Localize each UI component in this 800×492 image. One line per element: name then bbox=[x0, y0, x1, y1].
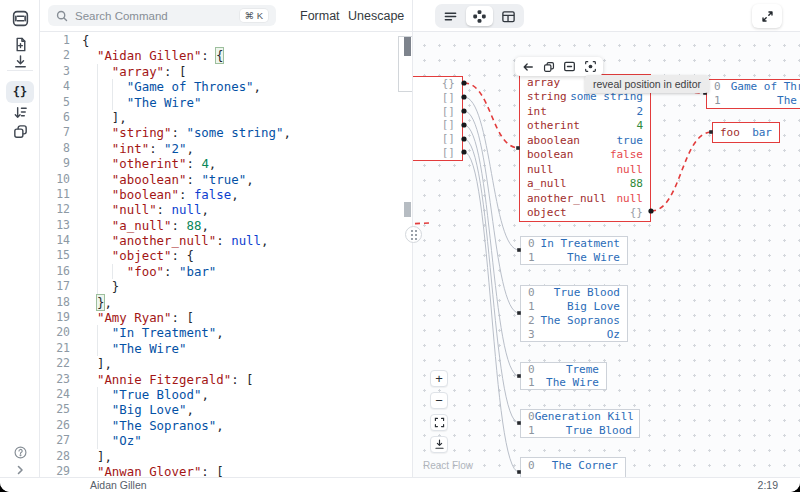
node-row: another_nullnull bbox=[520, 191, 650, 206]
editor-line[interactable]: 18 }, bbox=[40, 295, 412, 310]
editor-line[interactable]: 7 "string": "some string", bbox=[40, 125, 412, 140]
collapse-node-icon[interactable] bbox=[560, 59, 579, 74]
editor-line[interactable]: 3 "array": [ bbox=[40, 64, 412, 79]
table-view-icon[interactable] bbox=[495, 6, 522, 26]
app-window: {} Search Command bbox=[0, 0, 800, 492]
duplicate-nodes-icon[interactable] bbox=[0, 119, 40, 143]
copy-icon[interactable] bbox=[539, 59, 558, 74]
node-row: otherint4 bbox=[520, 119, 650, 134]
node-row: rd[] bbox=[413, 132, 462, 146]
selected-node-path: Aidan Gillen bbox=[90, 479, 147, 491]
editor-line[interactable]: 11 "boolean": false, bbox=[40, 187, 412, 202]
node-row: [] bbox=[413, 118, 462, 132]
download-image-button[interactable] bbox=[430, 436, 448, 453]
array-node[interactable]: 0In Treatment1The Wire bbox=[520, 236, 628, 265]
editor-line[interactable]: 25 "Big Love", bbox=[40, 402, 412, 417]
json-editor[interactable]: 1{2 "Aidan Gillen": {3 "array": [4 "Game… bbox=[40, 32, 412, 477]
rail-separator bbox=[7, 70, 33, 71]
editor-line[interactable]: 5 "The Wire" bbox=[40, 95, 412, 110]
line-number: 23 bbox=[40, 372, 70, 387]
format-button[interactable]: Format bbox=[300, 0, 340, 32]
fit-view-button[interactable] bbox=[430, 414, 448, 431]
editor-line[interactable]: 1{ bbox=[40, 33, 412, 48]
editor-line[interactable]: 19 "Amy Ryan": [ bbox=[40, 310, 412, 325]
node-row: 1True Blood bbox=[521, 424, 639, 438]
graph-view-icon[interactable] bbox=[466, 6, 493, 26]
line-number: 15 bbox=[40, 248, 70, 263]
zoom-in-button[interactable]: + bbox=[430, 370, 448, 387]
array-node[interactable]: 0Treme1The Wire bbox=[520, 362, 607, 390]
editor-line[interactable]: 23 "Annie Fitzgerald": [ bbox=[40, 372, 412, 387]
search-placeholder: Search Command bbox=[75, 10, 240, 22]
editor-line[interactable]: 14 "another_null": null, bbox=[40, 233, 412, 248]
node-row: 1The Wire bbox=[521, 251, 627, 265]
editor-line[interactable]: 13 "a_null": 88, bbox=[40, 218, 412, 233]
left-rail: {} bbox=[0, 0, 40, 477]
editor-line[interactable]: 28 ], bbox=[40, 449, 412, 464]
array-node[interactable]: 0The Corner bbox=[520, 457, 626, 477]
node-row: 1The Wire bbox=[707, 94, 800, 108]
fullscreen-button[interactable] bbox=[752, 4, 782, 28]
editor-line[interactable]: 22 ], bbox=[40, 356, 412, 371]
graph-canvas[interactable]: {}[][][]rd[][]array[]stringsome stringin… bbox=[413, 32, 800, 477]
app-logo[interactable] bbox=[0, 6, 40, 30]
array-node[interactable]: 0Generation Kill1True Blood bbox=[520, 409, 640, 438]
zoom-out-button[interactable]: − bbox=[430, 392, 448, 409]
editor-line[interactable]: 27 "Oz" bbox=[40, 433, 412, 448]
line-number: 13 bbox=[40, 218, 70, 233]
line-number: 17 bbox=[40, 279, 70, 294]
editor-line[interactable]: 9 "otherint": 4, bbox=[40, 156, 412, 171]
editor-line[interactable]: 6 ], bbox=[40, 110, 412, 125]
line-number: 9 bbox=[40, 156, 70, 171]
editor-line[interactable]: 29 "Anwan Glover": [ bbox=[40, 464, 412, 477]
node-row: 2The Sopranos bbox=[521, 314, 627, 328]
editor-line[interactable]: 10 "aboolean": "true", bbox=[40, 172, 412, 187]
header-bar: Search Command ⌘ K Format Unescape bbox=[40, 0, 800, 32]
view-toggle bbox=[435, 4, 524, 28]
editor-line[interactable]: 24 "True Blood", bbox=[40, 387, 412, 402]
editor-line[interactable]: 17 } bbox=[40, 279, 412, 294]
node-row: 1The Wire bbox=[521, 376, 606, 389]
editor-line[interactable]: 4 "Game of Thrones", bbox=[40, 79, 412, 94]
editor-line[interactable]: 26 "The Sopranos", bbox=[40, 418, 412, 433]
line-number: 6 bbox=[40, 110, 70, 125]
line-number: 20 bbox=[40, 325, 70, 340]
node-row: 0Generation Kill bbox=[521, 410, 639, 424]
selected-object-node[interactable]: array[]stringsome stringint2otherint4abo… bbox=[519, 74, 651, 222]
root-node[interactable]: {}[][][]rd[][] bbox=[413, 76, 463, 161]
search-shortcut-badge: ⌘ K bbox=[240, 9, 268, 22]
node-row: 0In Treatment bbox=[521, 237, 627, 251]
line-number: 25 bbox=[40, 402, 70, 417]
node-row: [] bbox=[413, 91, 462, 105]
line-number: 2 bbox=[40, 48, 70, 63]
editor-line[interactable]: 21 "The Wire" bbox=[40, 341, 412, 356]
array-node[interactable]: 0True Blood1Big Love2The Sopranos3Oz bbox=[520, 285, 628, 342]
object-child-node[interactable]: foobar bbox=[712, 122, 780, 143]
back-arrow-icon[interactable] bbox=[518, 59, 537, 74]
node-row: nullnull bbox=[520, 162, 650, 177]
react-flow-attribution[interactable]: React Flow bbox=[423, 460, 473, 471]
editor-line[interactable]: 15 "object": { bbox=[40, 248, 412, 263]
line-number: 3 bbox=[40, 64, 70, 79]
editor-line[interactable]: 2 "Aidan Gillen": { bbox=[40, 48, 412, 63]
editor-line[interactable]: 20 "In Treatment", bbox=[40, 325, 412, 340]
panel-resize-handle[interactable] bbox=[405, 226, 422, 243]
line-number: 21 bbox=[40, 341, 70, 356]
line-number: 8 bbox=[40, 141, 70, 156]
scrollbar-decoration bbox=[404, 202, 411, 217]
node-row: object{} bbox=[520, 206, 650, 221]
line-number: 4 bbox=[40, 79, 70, 94]
node-row: 1Big Love bbox=[521, 300, 627, 314]
search-input[interactable]: Search Command ⌘ K bbox=[48, 5, 276, 26]
unescape-button[interactable]: Unescape bbox=[348, 0, 404, 32]
line-number: 10 bbox=[40, 172, 70, 187]
list-view-icon[interactable] bbox=[437, 6, 464, 26]
editor-line[interactable]: 16 "foo": "bar" bbox=[40, 264, 412, 279]
editor-line[interactable]: 12 "null": null, bbox=[40, 202, 412, 217]
array-node[interactable]: 0Game of Thrones1The Wire bbox=[706, 79, 800, 109]
line-number: 19 bbox=[40, 310, 70, 325]
focus-node-icon[interactable] bbox=[581, 59, 600, 74]
editor-line[interactable]: 8 "int": "2", bbox=[40, 141, 412, 156]
node-row: a_null88 bbox=[520, 177, 650, 192]
node-row: [] bbox=[413, 145, 462, 159]
